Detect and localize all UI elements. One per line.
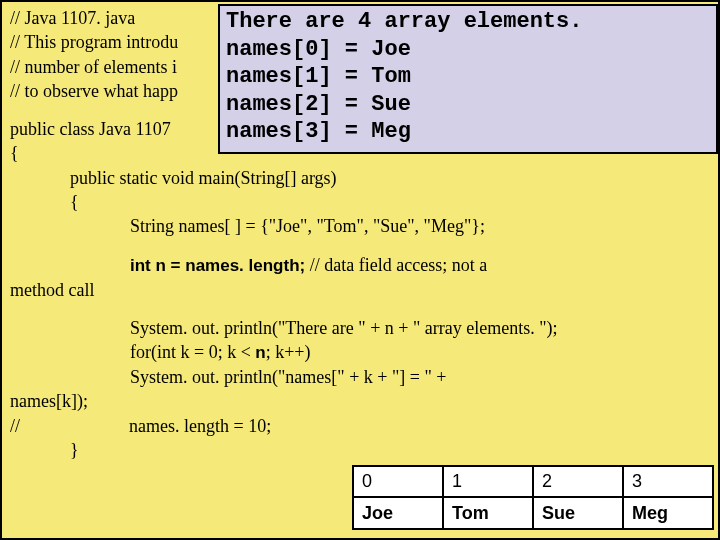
value-cell: Sue xyxy=(533,497,623,529)
for-part-1: for(int k = 0; k < xyxy=(130,342,255,362)
length-bold: int n = names. length; xyxy=(130,256,305,275)
method-call-text: method call xyxy=(10,278,710,302)
output-line-5: names[3] = Meg xyxy=(226,118,710,146)
main-declaration: public static void main(String[] args) xyxy=(10,166,710,190)
output-line-2: names[0] = Joe xyxy=(226,36,710,64)
for-line: for(int k = 0; k < n; k++) xyxy=(10,340,710,365)
output-line-3: names[1] = Tom xyxy=(226,63,710,91)
output-line-1: There are 4 array elements. xyxy=(226,8,710,36)
output-line-4: names[2] = Sue xyxy=(226,91,710,119)
length-comment: // data field access; not a xyxy=(305,255,487,275)
console-output: There are 4 array elements. names[0] = J… xyxy=(218,4,718,154)
open-brace-2: { xyxy=(10,190,710,214)
value-cell: Tom xyxy=(443,497,533,529)
value-cell: Joe xyxy=(353,497,443,529)
println-2: System. out. println("names[" + k + "] =… xyxy=(10,365,710,389)
index-cell: 2 xyxy=(533,466,623,497)
value-row: Joe Tom Sue Meg xyxy=(353,497,713,529)
println-1: System. out. println("There are " + n + … xyxy=(10,316,710,340)
close-brace-2: } xyxy=(10,438,710,462)
slashes: // xyxy=(10,416,20,436)
commented-line: // names. length = 10; xyxy=(10,414,710,438)
index-row: 0 1 2 3 xyxy=(353,466,713,497)
for-n-bold: n xyxy=(255,343,265,362)
array-init: String names[ ] = {"Joe", "Tom", "Sue", … xyxy=(10,214,710,238)
index-cell: 1 xyxy=(443,466,533,497)
value-cell: Meg xyxy=(623,497,713,529)
index-cell: 0 xyxy=(353,466,443,497)
index-cell: 3 xyxy=(623,466,713,497)
for-part-2: ; k++) xyxy=(266,342,311,362)
array-diagram: 0 1 2 3 Joe Tom Sue Meg xyxy=(352,465,714,530)
length-line: int n = names. length; // data field acc… xyxy=(10,253,710,278)
names-k: names[k]); xyxy=(10,389,710,413)
len-assign: names. length = 10; xyxy=(129,416,271,436)
